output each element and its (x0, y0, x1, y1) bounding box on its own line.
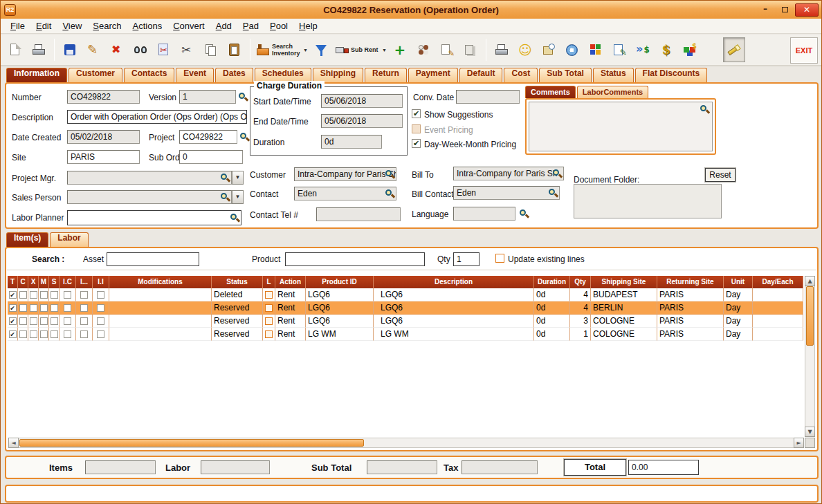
close-button[interactable]: ✕ (795, 3, 819, 17)
dropdown-arrow-icon[interactable]: ▼ (303, 48, 308, 53)
project-mgr-dropdown-button[interactable]: ▼ (232, 171, 244, 185)
project-lookup-icon[interactable] (239, 131, 250, 142)
row-flag-checkbox[interactable] (80, 304, 88, 312)
column-header-i-c[interactable]: I.C (60, 276, 76, 288)
column-header-qty[interactable]: Qty (570, 276, 591, 288)
tab-event[interactable]: Event (176, 68, 214, 82)
tab-laborcomments[interactable]: LaborComments (577, 86, 648, 98)
title-bar[interactable]: R2 CO429822 Reservation (Operation Order… (1, 1, 821, 19)
project-field[interactable]: CO429822 (179, 130, 237, 144)
menu-actions[interactable]: Actions (127, 19, 168, 32)
sales-person-lookup-icon[interactable] (219, 192, 230, 203)
inventory-cubes-button[interactable] (585, 37, 607, 62)
tab-item-s[interactable]: Item(s) (6, 232, 48, 247)
language-lookup-icon[interactable] (518, 208, 529, 219)
labor-planner-lookup-icon[interactable] (229, 212, 240, 223)
column-header-action[interactable]: Action (275, 276, 306, 288)
day-week-month-checkbox[interactable] (412, 139, 421, 148)
menu-search[interactable]: Search (87, 19, 127, 32)
tab-contacts[interactable]: Contacts (124, 68, 174, 82)
column-header-t[interactable]: T (8, 276, 18, 288)
reset-button[interactable]: Reset (705, 168, 736, 182)
sales-person-field[interactable] (67, 190, 232, 204)
row-flag-checkbox[interactable] (19, 291, 27, 299)
package-time-button[interactable] (538, 37, 560, 62)
row-flag-checkbox[interactable] (80, 317, 88, 325)
cut-special-button[interactable] (153, 37, 175, 62)
edit-button[interactable] (82, 37, 104, 62)
end-date-field[interactable]: 05/06/2018 (321, 114, 403, 128)
row-flag-checkbox[interactable] (51, 330, 58, 338)
date-created-field[interactable]: 05/02/2018 (67, 130, 140, 144)
print-labels-button[interactable] (491, 37, 513, 62)
row-flag-checkbox[interactable] (80, 291, 88, 299)
asset-input[interactable] (107, 252, 199, 266)
horizontal-scrollbar[interactable] (8, 438, 804, 448)
start-date-field[interactable]: 05/06/2018 (321, 94, 403, 108)
notepad-button[interactable] (608, 37, 630, 62)
grid-row-1[interactable]: DeletedRentLGQ6LGQ60d4BUDAPESTPARISDay (8, 288, 803, 301)
comments-textarea[interactable] (529, 102, 713, 151)
column-header-description[interactable]: Description (374, 276, 534, 288)
bill-to-field[interactable]: Intra-Company for Paris Sh (453, 167, 564, 180)
grid-row-2[interactable]: ReservedRentLGQ6LGQ60d4BERLINPARISDay (8, 301, 803, 315)
column-header-s[interactable]: S (49, 276, 60, 288)
menu-file[interactable]: File (5, 19, 30, 32)
horizontal-scrollbar-thumb[interactable] (19, 439, 364, 447)
row-flag-checkbox[interactable] (97, 330, 104, 338)
menu-help[interactable]: Help (293, 19, 323, 32)
column-header-duration[interactable]: Duration (534, 276, 570, 288)
row-flag-checkbox[interactable] (80, 330, 88, 338)
tab-sub-total[interactable]: Sub Total (539, 68, 592, 82)
show-suggestions-checkbox[interactable] (412, 109, 421, 118)
row-flag-checkbox[interactable] (97, 304, 104, 312)
delete-button[interactable] (106, 37, 128, 62)
menu-pad[interactable]: Pad (237, 19, 264, 32)
sales-person-dropdown-button[interactable]: ▼ (232, 190, 244, 204)
tab-schedules[interactable]: Schedules (255, 68, 311, 82)
row-flag-checkbox[interactable] (51, 317, 58, 325)
row-flag-checkbox[interactable] (19, 304, 27, 312)
column-header-m[interactable]: M (39, 276, 49, 288)
bill-to-lookup-icon[interactable] (551, 168, 563, 179)
components-button[interactable] (412, 37, 435, 62)
comments-lookup-icon[interactable] (699, 104, 710, 115)
column-header-x[interactable]: X (28, 276, 39, 288)
project-mgr-field[interactable] (67, 171, 232, 185)
funnel-button[interactable] (310, 37, 332, 62)
row-flag-checkbox[interactable] (19, 317, 27, 325)
menu-edit[interactable]: Edit (30, 19, 57, 32)
column-header-status[interactable]: Status (212, 276, 263, 288)
scroll-right-button[interactable]: ► (794, 438, 804, 448)
version-field[interactable]: 1 (179, 90, 236, 104)
row-flag-checkbox[interactable] (19, 330, 27, 338)
tab-information[interactable]: Information (6, 68, 67, 82)
exchange-dollar-button[interactable] (632, 37, 654, 62)
batch-pages-button[interactable] (459, 37, 482, 62)
version-lookup-icon[interactable] (237, 91, 248, 102)
row-flag-checkbox[interactable] (51, 304, 58, 312)
tab-shipping[interactable]: Shipping (313, 68, 363, 82)
line-flag-icon[interactable] (265, 317, 273, 325)
row-flag-checkbox[interactable] (51, 291, 58, 299)
print-button[interactable] (28, 37, 50, 62)
number-field[interactable]: CO429822 (67, 90, 140, 104)
labor-planner-field[interactable] (67, 210, 241, 225)
update-existing-checkbox[interactable] (495, 254, 504, 263)
scroll-left-button[interactable]: ◄ (8, 438, 19, 448)
add-line-button[interactable] (389, 37, 411, 62)
grid-row-3[interactable]: ReservedRentLGQ6LGQ60d3COLOGNEPARISDay (8, 315, 803, 328)
scroll-down-button[interactable]: ▼ (805, 427, 815, 437)
minimize-button[interactable]: – (756, 3, 774, 17)
row-flag-checkbox[interactable] (64, 330, 71, 338)
media-disc-button[interactable] (561, 37, 583, 62)
row-flag-checkbox[interactable] (40, 304, 48, 312)
description-field[interactable]: Order with Operation Order (Ops Order) (… (67, 110, 247, 124)
flashlight-button[interactable] (723, 37, 745, 62)
row-flag-checkbox[interactable] (30, 291, 37, 299)
sub-rent-button[interactable]: Sub Rent▼ (334, 37, 387, 62)
paste-button[interactable] (223, 37, 246, 62)
menu-add[interactable]: Add (210, 19, 237, 32)
dropdown-arrow-icon[interactable]: ▼ (382, 48, 387, 53)
row-flag-checkbox[interactable] (97, 291, 104, 299)
